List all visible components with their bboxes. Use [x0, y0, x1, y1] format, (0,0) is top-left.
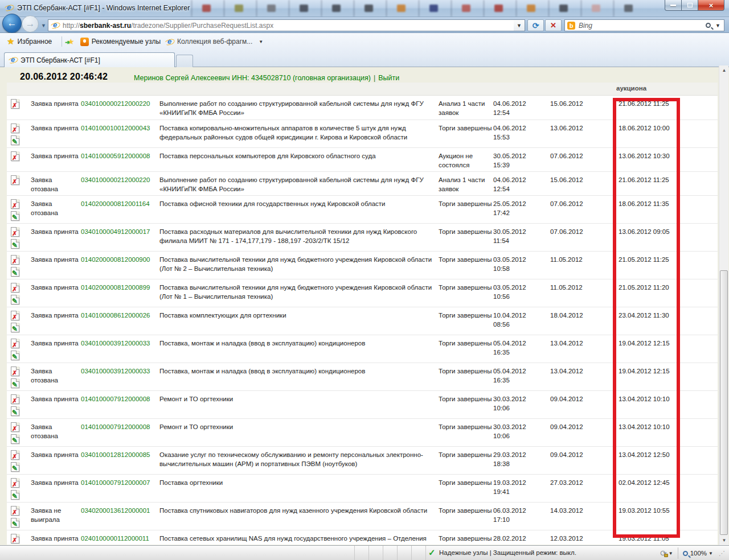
close-button[interactable]: × — [698, 0, 724, 11]
scrollbar-thumb[interactable] — [720, 270, 728, 535]
withdraw-request-icon[interactable]: ✗ — [11, 151, 19, 161]
request-number-link[interactable]: 0140200000812001164 — [81, 200, 150, 207]
protected-mode-dropdown-icon[interactable]: ▼ — [669, 551, 673, 556]
back-button[interactable]: ← — [2, 14, 22, 33]
edit-request-icon[interactable]: ✎ — [11, 239, 19, 249]
withdraw-request-icon[interactable]: ✗ — [11, 175, 19, 185]
auction-stage: Торги завершены — [439, 335, 493, 363]
withdraw-request-icon[interactable]: ✗ — [11, 367, 19, 376]
history-dropdown-icon[interactable]: ▼ — [41, 23, 46, 28]
withdraw-request-icon[interactable]: ✗ — [11, 255, 19, 265]
protected-mode-icon[interactable]: ⟳ — [660, 549, 667, 558]
webslices-button[interactable]: Коллекция веб-фрагм... — [177, 38, 252, 46]
stop-button[interactable]: ✕ — [545, 19, 562, 31]
withdraw-request-icon[interactable]: ✗ — [11, 339, 19, 348]
request-number-link[interactable]: 0340100003912000033 — [81, 368, 150, 374]
request-number-link[interactable]: 0140100007912000007 — [81, 479, 150, 486]
withdraw-request-icon[interactable]: ✗ — [11, 311, 19, 320]
address-dropdown-button[interactable]: ▼ — [514, 19, 525, 31]
table-header-row: аукциона — [7, 83, 718, 96]
withdraw-request-icon[interactable]: ✗ — [11, 478, 19, 488]
request-number-link[interactable]: 0140100007912000008 — [81, 396, 150, 402]
url-text: http://sberbank-ast.ru/tradezone/Supplie… — [63, 22, 273, 30]
edit-request-icon[interactable]: ✎ — [11, 211, 19, 221]
edit-request-icon[interactable]: ✎ — [11, 295, 19, 304]
withdraw-request-icon[interactable]: ✗ — [11, 506, 19, 516]
request-number-link[interactable]: 0340100000212000220 — [81, 176, 150, 183]
minimize-button[interactable] — [665, 0, 682, 11]
request-number-link[interactable]: 0340100003912000033 — [81, 340, 150, 347]
auction-stage: Торги завершены — [439, 502, 493, 530]
withdraw-request-icon[interactable]: ✗ — [11, 450, 19, 460]
edit-request-icon[interactable]: ✎ — [11, 434, 19, 444]
address-input[interactable]: e http://sberbank-ast.ru/tradezone/Suppl… — [48, 19, 525, 31]
add-to-favorites-icon[interactable]: ★➔ — [67, 37, 75, 46]
request-number-link[interactable]: 0140200000812000899 — [81, 284, 150, 291]
refresh-button[interactable]: ⟳ — [527, 19, 544, 31]
edit-request-icon[interactable]: ✎ — [11, 135, 19, 145]
scroll-up-arrow[interactable]: ▲ — [719, 65, 729, 75]
suggested-sites-button[interactable]: Рекомендуемые узлы — [92, 38, 161, 46]
withdraw-request-icon[interactable]: ✗ — [11, 283, 19, 293]
zoom-level[interactable]: 100% — [690, 550, 707, 557]
request-number-link[interactable]: 0240100000112000011 — [81, 535, 149, 542]
stage-datetime: 30.03.2012 10:06 — [493, 390, 550, 418]
request-number-cell: 0240100000112000011 — [81, 530, 159, 545]
request-number-link[interactable]: 0140100010012000043 — [81, 125, 150, 131]
request-status: Заявка отозвана — [31, 195, 81, 223]
new-tab-stub[interactable] — [176, 55, 193, 67]
search-icon[interactable] — [706, 23, 711, 28]
restore-button[interactable] — [682, 0, 698, 11]
edit-request-icon[interactable]: ✎ — [11, 378, 19, 388]
zoom-icon[interactable] — [683, 551, 688, 556]
favorites-button[interactable]: Избранное — [17, 38, 52, 46]
request-number-link[interactable]: 0340100000212000220 — [81, 100, 150, 107]
request-number-link[interactable]: 0140100005912000008 — [81, 153, 150, 159]
webslices-dropdown-icon[interactable]: ▼ — [259, 39, 263, 44]
withdraw-request-icon[interactable]: ✗ — [11, 99, 19, 109]
edit-request-icon[interactable]: ✎ — [11, 323, 19, 332]
request-status: Заявка принята — [31, 147, 81, 171]
edit-request-icon[interactable]: ✎ — [11, 490, 19, 500]
second-date: 09.04.2012 — [550, 418, 612, 446]
tab-active[interactable]: e ЭТП Сбербанк-АСТ [#F1] — [4, 52, 175, 67]
vertical-scrollbar[interactable]: ▲ ▼ — [719, 65, 728, 545]
withdraw-request-icon[interactable]: ✗ — [11, 227, 19, 237]
edit-request-icon[interactable]: ✎ — [11, 518, 19, 528]
auction-datetime: 13.04.2012 10:10 — [612, 418, 718, 446]
edit-request-icon[interactable]: ✎ — [11, 462, 19, 472]
request-number-link[interactable]: 0140200000812000900 — [81, 256, 150, 263]
resize-grip[interactable]: ⋰ — [719, 550, 724, 557]
table-row: ✗✎Заявка отозвана0340100003912000033Пост… — [7, 363, 718, 390]
edit-request-icon[interactable]: ✎ — [11, 267, 19, 277]
table-row: ✗Заявка отозвана0340100000212000220Выпол… — [7, 171, 718, 195]
search-dropdown-icon[interactable]: ▼ — [715, 23, 720, 28]
withdraw-request-icon[interactable]: ✗ — [11, 422, 19, 432]
divider — [62, 36, 62, 47]
withdraw-request-icon[interactable]: ✗ — [11, 534, 19, 543]
second-date: 15.06.2012 — [550, 96, 612, 120]
zoom-dropdown-icon[interactable]: ▼ — [708, 551, 713, 556]
withdraw-request-icon[interactable]: ✗ — [11, 199, 19, 209]
request-number-link[interactable]: 0340200013612000001 — [81, 507, 150, 514]
request-status: Заявка отозвана — [31, 418, 81, 446]
search-input[interactable]: b Bing ▼ — [564, 19, 724, 31]
request-number-link[interactable]: 0340100012812000085 — [81, 451, 150, 458]
request-number-link[interactable]: 0140100008612000026 — [81, 312, 150, 319]
request-status: Заявка принята — [31, 279, 81, 307]
edit-request-icon[interactable]: ✎ — [11, 406, 19, 416]
forward-button[interactable]: → — [22, 15, 39, 32]
request-number-link[interactable]: 0340100004912000017 — [81, 228, 150, 235]
user-profile-link[interactable]: Меринов Сергей Алексеевич ИНН: 434502871… — [134, 74, 371, 82]
auction-stage: Торги завершены — [439, 363, 493, 390]
request-status: Заявка принята — [31, 96, 81, 120]
withdraw-request-icon[interactable]: ✗ — [11, 394, 19, 404]
auction-datetime: 13.06.2012 09:05 — [612, 223, 718, 251]
table-row: ✗✎Заявка принята0340100003912000033Поста… — [7, 335, 718, 363]
request-title: Оказание услуг по техническому обслужива… — [159, 446, 439, 474]
scroll-down-arrow[interactable]: ▼ — [719, 536, 729, 545]
edit-request-icon[interactable]: ✎ — [11, 351, 19, 360]
request-number-link[interactable]: 0140100007912000008 — [81, 423, 150, 430]
withdraw-request-icon[interactable]: ✗ — [11, 123, 19, 133]
logout-link[interactable]: Выйти — [378, 74, 399, 82]
